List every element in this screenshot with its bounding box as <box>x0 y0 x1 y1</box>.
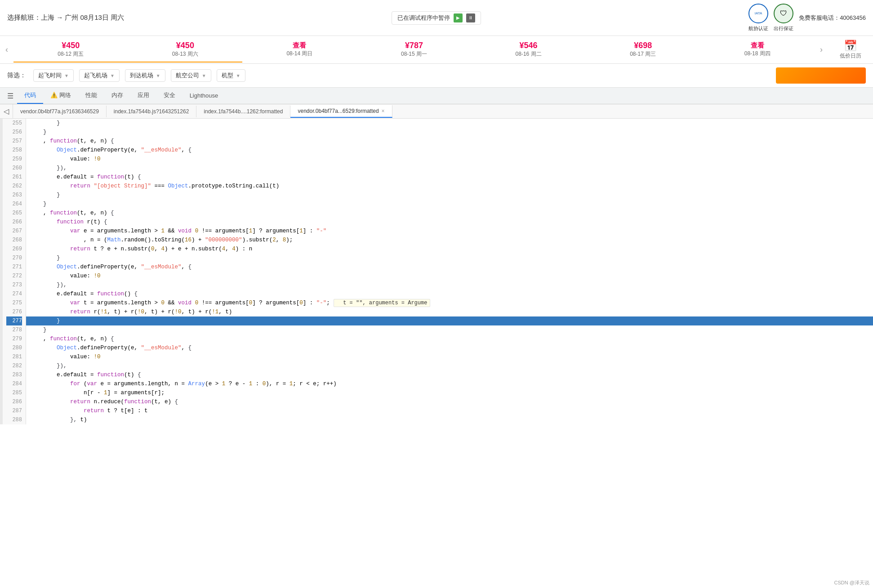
aircraft-filter[interactable]: 机型 ▼ <box>217 69 245 82</box>
ln-286: 286 <box>6 397 22 406</box>
low-price-calendar-button[interactable]: 📅 低价日历 <box>828 36 873 63</box>
calendar-icon: 📅 <box>835 40 866 52</box>
chevron-down-icon-5: ▼ <box>236 73 241 78</box>
ln-285: 285 <box>6 388 22 397</box>
tab-application[interactable]: 应用 <box>130 88 156 104</box>
tab-code[interactable]: 代码 <box>17 88 43 104</box>
code-line-276: return r(!1, t) + r(!0, t) + r(!0, t) + … <box>26 307 873 316</box>
code-content: } } , function(t, e, n) { Object.defineP… <box>26 119 873 424</box>
devtools-menu-button[interactable]: ☰ <box>4 88 17 104</box>
filter-label: 筛选： <box>7 71 26 80</box>
ln-262: 262 <box>6 182 22 191</box>
code-line-287: return t ? t[e] : t <box>26 406 873 415</box>
travel-cert-icon: 🛡 出行保证 <box>774 4 793 32</box>
price-2: 查看 <box>244 41 355 50</box>
date-1: 08-13 周六 <box>130 50 241 58</box>
code-line-261: e.default = function(t) { <box>26 173 873 182</box>
price-3: ¥787 <box>359 41 470 50</box>
ln-265: 265 <box>6 209 22 218</box>
code-line-258: Object.defineProperty(e, "__esModule", { <box>26 146 873 155</box>
hotline-area: 免费客服电话：40063456 <box>799 13 866 22</box>
ln-256: 256 <box>6 128 22 137</box>
aircraft-label: 机型 <box>222 71 233 80</box>
code-line-263: } <box>26 191 873 200</box>
price-day-0[interactable]: ¥450 08-12 周五 <box>13 37 128 62</box>
price-day-3[interactable]: ¥787 08-15 周一 <box>357 37 472 62</box>
chevron-down-icon: ▼ <box>64 73 69 78</box>
prev-date-button[interactable]: ‹ <box>0 36 13 63</box>
price-5: ¥698 <box>588 41 699 50</box>
code-line-273: }), <box>26 281 873 290</box>
price-day-4[interactable]: ¥546 08-16 周二 <box>471 37 586 62</box>
source-tabs-back-button[interactable]: ◁ <box>0 104 13 118</box>
price-4: ¥546 <box>473 41 584 50</box>
price-day-1[interactable]: ¥450 08-13 周六 <box>128 37 243 62</box>
flight-title: 选择航班：上海 → 广州 08月13日 周六 <box>7 13 124 22</box>
code-line-265: , function(t, e, n) { <box>26 209 873 218</box>
tab-performance[interactable]: 性能 <box>78 88 104 104</box>
date-2: 08-14 周日 <box>244 50 355 58</box>
debug-pause-button[interactable] <box>466 13 475 22</box>
source-tab-vendor-formatted[interactable]: vendor.0b4bf77a...6529:formatted × <box>290 105 392 118</box>
ln-280: 280 <box>6 343 22 352</box>
tab-network[interactable]: ⚠️ 网络 <box>43 88 78 104</box>
devtools-tabs: ☰ 代码 ⚠️ 网络 性能 内存 应用 安全 Lighthouse <box>0 88 873 104</box>
ln-277: 277 <box>6 316 22 325</box>
price-1: ¥450 <box>130 41 241 50</box>
cert1-label: 航协认证 <box>748 25 768 32</box>
ln-283: 283 <box>6 370 22 379</box>
code-line-281: value: !0 <box>26 352 873 361</box>
source-tab-vendor-min[interactable]: vendor.0b4bf77a.js?1636346529 <box>13 106 107 117</box>
ln-258: 258 <box>6 146 22 155</box>
source-tab-index-formatted-label: index.1fa7544b....1262:formatted <box>204 108 283 115</box>
ln-270: 270 <box>6 254 22 263</box>
arrive-airport-filter[interactable]: 到达机场 ▼ <box>125 69 165 82</box>
debug-play-button[interactable] <box>454 13 463 22</box>
airline-filter[interactable]: 航空公司 ▼ <box>171 69 211 82</box>
price-0: ¥450 <box>15 41 126 50</box>
tab-lighthouse[interactable]: Lighthouse <box>183 89 226 103</box>
filter-row: 筛选： 起飞时间 ▼ 起飞机场 ▼ 到达机场 ▼ 航空公司 ▼ 机型 ▼ <box>0 64 873 88</box>
code-line-277[interactable]: } <box>26 316 873 325</box>
code-line-267: var e = arguments.length > 1 && void 0 !… <box>26 227 873 236</box>
source-tabs: ◁ vendor.0b4bf77a.js?1636346529 index.1f… <box>0 104 873 119</box>
code-line-268: , n = (Math.random().toString(16) + "000… <box>26 236 873 245</box>
ln-259: 259 <box>6 155 22 164</box>
ln-269: 269 <box>6 245 22 254</box>
code-line-275: var t = arguments.length > 0 && void 0 !… <box>26 298 873 307</box>
cert-icons-area: IATA 航协认证 🛡 出行保证 免费客服电话：40063456 <box>748 4 866 32</box>
code-line-257: , function(t, e, n) { <box>26 137 873 146</box>
source-tab-index-formatted[interactable]: index.1fa7544b....1262:formatted <box>196 106 290 117</box>
ln-261: 261 <box>6 173 22 182</box>
tab-memory[interactable]: 内存 <box>104 88 130 104</box>
iata-badge: IATA <box>748 4 768 23</box>
price-6: 查看 <box>702 41 813 50</box>
code-line-280: Object.defineProperty(e, "__esModule", { <box>26 343 873 352</box>
iata-cert-icon: IATA 航协认证 <box>748 4 768 32</box>
calendar-label: 低价日历 <box>835 52 866 60</box>
ln-281: 281 <box>6 352 22 361</box>
source-tab-vendor-formatted-label: vendor.0b4bf77a...6529:formatted <box>298 108 379 114</box>
tab-security[interactable]: 安全 <box>156 88 183 104</box>
date-5: 08-17 周三 <box>588 50 699 58</box>
price-day-6[interactable]: 查看 08-18 周四 <box>700 38 815 62</box>
ln-278: 278 <box>6 325 22 334</box>
code-editor: 255 256 257 258 259 260 261 262 263 264 … <box>0 119 873 424</box>
source-tab-index-min[interactable]: index.1fa7544b.js?1643251262 <box>107 106 196 117</box>
ln-273: 273 <box>6 281 22 290</box>
depart-time-filter[interactable]: 起飞时间 ▼ <box>33 69 74 82</box>
code-line-262: return "[object String]" === Object.prot… <box>26 182 873 191</box>
price-day-5[interactable]: ¥698 08-17 周三 <box>586 37 700 62</box>
next-date-button[interactable]: › <box>815 36 828 63</box>
price-calendar: ‹ ¥450 08-12 周五 ¥450 08-13 周六 查看 08-14 周… <box>0 36 873 64</box>
close-icon[interactable]: × <box>382 108 385 114</box>
source-tab-vendor-min-label: vendor.0b4bf77a.js?1636346529 <box>20 108 99 115</box>
code-line-260: }), <box>26 164 873 173</box>
ln-257: 257 <box>6 137 22 146</box>
depart-airport-filter[interactable]: 起飞机场 ▼ <box>79 69 120 82</box>
ln-266: 266 <box>6 218 22 227</box>
ln-275: 275 <box>6 298 22 307</box>
code-line-256: } <box>26 128 873 137</box>
airline-label: 航空公司 <box>176 71 199 80</box>
price-day-2[interactable]: 查看 08-14 周日 <box>242 38 357 62</box>
